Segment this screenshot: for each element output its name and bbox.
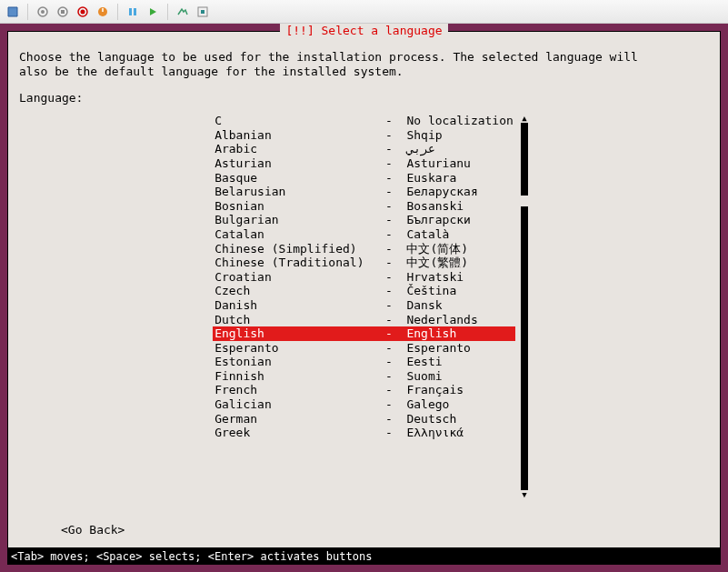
list-item[interactable]: Bosnian - Bosanski [213,199,515,214]
snapshot-revert-icon[interactable] [75,5,90,19]
svg-point-5 [81,9,85,14]
list-item[interactable]: Estonian - Eesti [213,355,515,369]
power-off-icon[interactable] [95,5,110,19]
toolbar-separator [167,4,168,20]
svg-rect-8 [134,8,136,15]
list-item[interactable]: Dutch - Nederlands [213,313,515,327]
app-window: [!!] Select a language Choose the langua… [0,0,728,572]
status-bar: <Tab> moves; <Space> selects; <Enter> ac… [7,548,721,565]
svg-rect-3 [61,10,65,14]
list-item[interactable]: German - Deutsch [213,412,515,426]
go-back-button[interactable]: <Go Back> [19,523,709,537]
list-label: Language: [19,91,709,105]
list-item[interactable]: Czech - Čeština [213,284,515,298]
list-item[interactable]: C - No localization [213,114,515,128]
snapshot-stop-icon[interactable] [55,5,70,19]
language-dialog: [!!] Select a language Choose the langua… [7,31,721,548]
list-item[interactable]: Albanian - Shqip [213,128,515,143]
list-item[interactable]: Asturian - Asturianu [213,156,515,171]
toolbar-separator [27,4,28,20]
list-item[interactable]: Finnish - Suomi [213,369,515,384]
start-icon[interactable] [145,5,160,19]
list-item[interactable]: Danish - Dansk [213,298,515,313]
svg-point-1 [41,10,45,14]
list-item[interactable]: Chinese (Simplified) - 中文(简体) [213,242,515,256]
list-item[interactable]: Chinese (Traditional) - 中文(繁體) [213,256,515,270]
vm-screen: [!!] Select a language Choose the langua… [0,24,728,572]
acpi-icon[interactable] [175,5,190,19]
scale-icon[interactable] [195,5,210,19]
pause-icon[interactable] [125,5,140,19]
toolbar-separator [117,4,118,20]
list-item[interactable]: Esperanto - Esperanto [213,341,515,356]
list-item[interactable]: Bulgarian - Български [213,213,515,227]
list-item[interactable]: Basque - Euskara [213,171,515,186]
scrollbar[interactable]: ▲▼ [521,114,528,499]
language-list[interactable]: C - No localizationAlbanian - ShqipArabi… [213,114,515,499]
list-item[interactable]: Greek - Ελληνικά [213,426,515,440]
vm-toolbar [0,0,728,24]
svg-rect-7 [129,8,132,15]
list-item[interactable]: Croatian - Hrvatski [213,270,515,285]
list-item[interactable]: Catalan - Català [213,227,515,242]
dialog-title: [!!] Select a language [280,24,447,37]
list-item[interactable]: Galician - Galego [213,397,515,412]
dialog-instruction: Choose the language to be used for the i… [19,50,709,78]
vbox-icon[interactable] [5,5,20,19]
list-item[interactable]: Arabic - عربي [213,142,515,156]
list-item[interactable]: English - English [213,326,515,341]
list-item[interactable]: French - Français [213,383,515,397]
snapshot-take-icon[interactable] [35,5,50,19]
list-item[interactable]: Belarusian - Беларуская [213,185,515,199]
